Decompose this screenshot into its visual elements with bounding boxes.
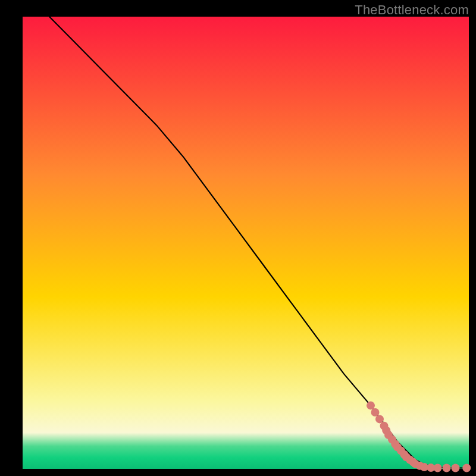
scatter-point	[375, 415, 384, 423]
chart-frame: TheBottleneck.com	[0, 0, 476, 476]
scatter-point	[371, 408, 380, 416]
scatter-point	[452, 464, 460, 472]
scatter-point	[367, 402, 375, 410]
scatter-point	[434, 464, 442, 472]
scatter-point	[443, 464, 451, 472]
attribution-label: TheBottleneck.com	[355, 2, 469, 18]
bottleneck-chart	[0, 0, 476, 476]
scatter-point	[462, 464, 471, 472]
plot-background	[23, 17, 469, 469]
